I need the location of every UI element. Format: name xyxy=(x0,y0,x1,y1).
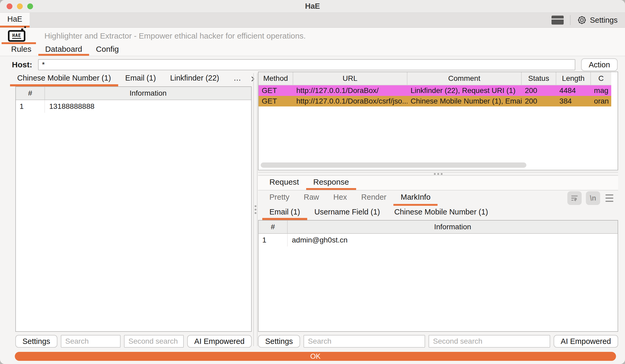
tab-hae[interactable]: HaE xyxy=(0,13,30,27)
minimize-window-icon[interactable] xyxy=(17,3,23,9)
cell-number: 1 xyxy=(259,234,288,246)
cell-url: http://127.0.0.1/DoraBox/csrf/jso... xyxy=(293,96,407,106)
close-window-icon[interactable] xyxy=(7,3,12,9)
second-search-input[interactable] xyxy=(429,335,550,348)
column-header-status[interactable]: Status xyxy=(522,72,556,85)
markinfo-table: # Information 1 admin@gh0st.cn xyxy=(258,220,618,332)
settings-button[interactable]: Settings xyxy=(258,335,300,348)
tab-request[interactable]: Request xyxy=(262,176,306,190)
cell-number: 1 xyxy=(16,100,45,113)
action-button[interactable]: Action xyxy=(581,58,618,71)
cell-url: http://127.0.0.1/DoraBox/ xyxy=(293,85,407,96)
second-search-input[interactable] xyxy=(124,335,184,348)
column-header-information[interactable]: Information xyxy=(288,221,618,233)
column-header-length[interactable]: Length xyxy=(556,72,591,85)
datatable-tab-bar: Chinese Mobile Number (1) Email (1) Link… xyxy=(10,72,253,86)
tab-bar-actions: Settings xyxy=(552,13,625,27)
tab-chinese-mobile-number[interactable]: Chinese Mobile Number (1) xyxy=(10,72,118,86)
titlebar: HaE xyxy=(0,0,625,13)
editor-menu-icon[interactable] xyxy=(604,194,614,202)
tab-rules[interactable]: Rules xyxy=(4,44,38,56)
tab-linkfinder[interactable]: Linkfinder (22) xyxy=(163,72,226,86)
tab-response[interactable]: Response xyxy=(306,176,356,190)
hae-logo-icon[interactable]: HAE xyxy=(8,30,25,42)
horizontal-scrollbar[interactable] xyxy=(261,162,526,168)
main-content: Chinese Mobile Number (1) Email (1) Link… xyxy=(0,72,625,349)
cell-length: 4484 xyxy=(556,85,591,96)
word-wrap-icon xyxy=(570,194,579,202)
extension-subtitle: Highlighter and Extractor - Empower ethi… xyxy=(44,31,306,40)
message-tab-bar: Request Response xyxy=(258,176,618,190)
column-header-url[interactable]: URL xyxy=(293,72,407,85)
markinfo-footer: Settings AI Empowered xyxy=(258,335,618,348)
tab-render[interactable]: Render xyxy=(354,190,393,206)
cell-method: GET xyxy=(259,85,293,96)
column-header-comment[interactable]: Comment xyxy=(407,72,522,85)
request-row[interactable]: GET http://127.0.0.1/DoraBox/ Linkfinder… xyxy=(259,85,611,96)
ai-empowered-button[interactable]: AI Empowered xyxy=(554,335,618,348)
ai-empowered-button[interactable]: AI Empowered xyxy=(187,335,252,348)
tab-config[interactable]: Config xyxy=(89,44,126,56)
tab-pretty[interactable]: Pretty xyxy=(262,190,297,206)
app-window: HaE HaE Settings HAE Highlighter and Ext… xyxy=(0,0,625,364)
cell-color: oran xyxy=(591,96,611,106)
tab-hex[interactable]: Hex xyxy=(326,190,354,206)
cell-status: 200 xyxy=(522,85,556,96)
table-row[interactable]: 1 admin@gh0st.cn xyxy=(259,234,618,246)
table-row[interactable]: 1 13188888888 xyxy=(16,100,251,113)
vertical-splitter[interactable] xyxy=(253,73,258,346)
status-bar: OK xyxy=(15,352,616,361)
table-header: # Information xyxy=(259,221,618,234)
tab-overflow-ellipsis[interactable]: … xyxy=(226,72,248,86)
tab-email[interactable]: Email (1) xyxy=(118,72,163,86)
cell-comment: Chinese Mobile Number (1), Emai... xyxy=(407,96,522,106)
column-header-information[interactable]: Information xyxy=(45,87,251,100)
request-row[interactable]: GET http://127.0.0.1/DoraBox/csrf/jso...… xyxy=(259,96,611,106)
horizontal-splitter[interactable] xyxy=(258,172,618,176)
column-header-number[interactable]: # xyxy=(259,221,288,233)
requests-table: Method URL Comment Status Length C GET h… xyxy=(258,72,618,170)
section-tab-bar: Rules Databoard Config xyxy=(0,44,625,56)
search-input[interactable] xyxy=(61,335,121,348)
show-newlines-toggle[interactable]: \n xyxy=(586,191,600,205)
splitter-grip-icon xyxy=(255,205,256,214)
settings-button[interactable]: Settings xyxy=(15,335,57,348)
tab-databoard[interactable]: Databoard xyxy=(38,44,89,56)
tab-email-result[interactable]: Email (1) xyxy=(262,206,307,220)
cell-information: admin@gh0st.cn xyxy=(288,234,618,246)
cell-color: mag xyxy=(591,85,611,96)
table-header: # Information xyxy=(16,87,251,100)
detach-window-icon[interactable] xyxy=(552,16,564,25)
extension-header: HAE Highlighter and Extractor - Empower … xyxy=(0,28,625,44)
search-input[interactable] xyxy=(304,335,425,348)
host-label: Host: xyxy=(12,60,32,69)
cell-information: 13188888888 xyxy=(45,100,251,113)
requests-pane: Method URL Comment Status Length C GET h… xyxy=(258,72,618,348)
zoom-window-icon[interactable] xyxy=(27,3,33,9)
splitter-grip-icon xyxy=(434,173,443,175)
settings-button[interactable]: Settings xyxy=(577,15,618,25)
traffic-lights xyxy=(7,3,33,9)
requests-table-inner: Method URL Comment Status Length C GET h… xyxy=(259,72,611,106)
selected-tab-indicator xyxy=(2,42,36,44)
tab-username-field-result[interactable]: Username Field (1) xyxy=(307,206,387,220)
tab-chinese-mobile-number-result[interactable]: Chinese Mobile Number (1) xyxy=(387,206,495,220)
word-wrap-toggle[interactable] xyxy=(567,191,582,205)
cell-length: 384 xyxy=(556,96,591,106)
host-input[interactable] xyxy=(38,59,575,70)
status-label: OK xyxy=(310,352,320,361)
editor-toolbar: \n xyxy=(567,190,618,206)
extension-tab-bar: HaE Settings xyxy=(0,13,625,28)
column-header-color[interactable]: C xyxy=(591,72,611,85)
cell-status: 200 xyxy=(522,96,556,106)
host-filter-bar: Host: Action xyxy=(0,56,625,72)
tab-markinfo[interactable]: MarkInfo xyxy=(393,190,438,206)
settings-label: Settings xyxy=(590,16,618,25)
column-header-method[interactable]: Method xyxy=(259,72,293,85)
view-mode-bar: Pretty Raw Hex Render MarkInfo \n xyxy=(258,190,618,206)
tab-raw[interactable]: Raw xyxy=(297,190,326,206)
gear-icon xyxy=(577,15,587,25)
column-header-number[interactable]: # xyxy=(16,87,45,100)
information-table: # Information 1 13188888888 xyxy=(15,86,252,332)
newline-icon: \n xyxy=(590,194,596,202)
